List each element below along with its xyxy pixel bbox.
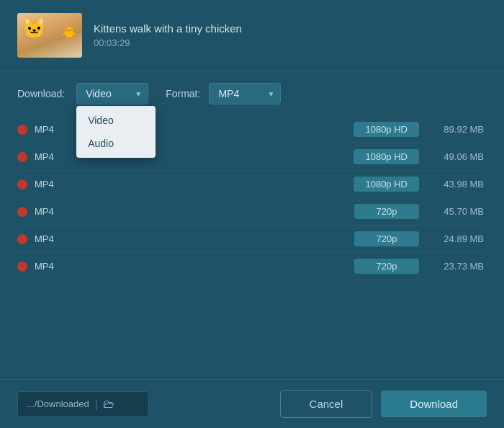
save-path-box: .../Downloaded | 🗁 [17,391,149,417]
video-title: Kittens walk with a tiny chicken [94,22,242,35]
download-type-wrapper: Video ▼ Video Audio [76,83,148,104]
file-format: MP4 [35,179,69,190]
radio-dot[interactable] [17,125,27,135]
controls-row: Download: Video ▼ Video Audio Format: MP… [0,71,504,116]
video-thumbnail [17,13,82,58]
file-format: MP4 [35,261,69,272]
file-format: MP4 [35,124,69,135]
thumbnail-image [17,13,82,58]
table-row[interactable]: MP4 720p 45.70 MB [17,198,484,226]
format-dropdown[interactable]: MP4 ▼ [209,83,281,104]
quality-badge: 1080p HD [354,149,419,164]
dropdown-item-video[interactable]: Video [76,109,156,132]
video-info: Kittens walk with a tiny chicken 00:03:2… [94,22,242,48]
format-dropdown-wrapper: MP4 ▼ [209,83,281,104]
radio-dot[interactable] [17,234,27,244]
video-header: Kittens walk with a tiny chicken 00:03:2… [0,0,504,71]
radio-dot[interactable] [17,152,27,162]
dropdown-arrow-icon: ▼ [135,90,142,98]
format-group: Format: MP4 ▼ [166,83,281,104]
file-size: 49.06 MB [419,151,484,162]
download-button[interactable]: Download [381,391,487,417]
folder-icon[interactable]: 🗁 [103,398,114,411]
radio-dot[interactable] [17,179,27,190]
table-row[interactable]: MP4 1080p HD 43.98 MB [17,171,484,198]
format-label: Format: [166,88,200,99]
quality-badge: 720p [354,204,419,219]
download-label: Download: [17,88,65,99]
file-size: 23.73 MB [419,261,484,272]
file-format: MP4 [35,233,69,244]
file-list-wrapper: MP4 1080p HD 89.92 MB MP4 1080p HD 49.06… [0,116,504,379]
download-type-value: Video [86,88,112,99]
table-row[interactable]: MP4 720p 24.89 MB [17,226,484,253]
file-size: 43.98 MB [419,179,484,190]
footer: .../Downloaded | 🗁 Cancel Download [0,379,504,428]
file-size: 24.89 MB [419,233,484,244]
file-format: MP4 [35,206,69,217]
quality-badge: 720p [354,259,419,274]
file-format: MP4 [35,151,69,162]
quality-badge: 1080p HD [354,177,419,192]
download-type-menu: Video Audio [76,106,156,158]
video-duration: 00:03:29 [94,37,242,48]
dropdown-item-audio[interactable]: Audio [76,132,156,155]
save-path-text: .../Downloaded [27,398,89,409]
radio-dot[interactable] [17,262,27,272]
table-row[interactable]: MP4 720p 23.73 MB [17,253,484,280]
dialog: Kittens walk with a tiny chicken 00:03:2… [0,0,504,428]
path-separator: | [95,398,98,410]
format-value: MP4 [218,88,239,99]
quality-badge: 1080p HD [354,122,419,137]
format-arrow-icon: ▼ [267,90,274,98]
file-size: 89.92 MB [419,124,484,135]
download-type-dropdown[interactable]: Video ▼ [76,83,148,104]
quality-badge: 720p [354,231,419,246]
radio-dot[interactable] [17,207,27,217]
file-size: 45.70 MB [419,206,484,217]
cancel-button[interactable]: Cancel [280,390,373,418]
